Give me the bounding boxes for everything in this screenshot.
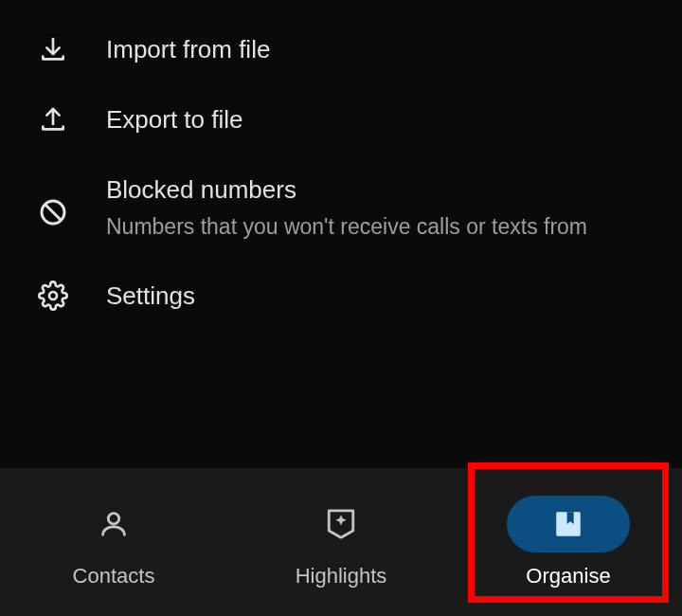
settings-title: Settings xyxy=(106,281,644,313)
block-icon xyxy=(38,197,68,227)
blocked-title: Blocked numbers xyxy=(106,174,644,207)
svg-point-2 xyxy=(49,292,57,299)
nav-icon-wrapper-contacts xyxy=(52,496,175,553)
menu-list: Import from file Export to file Blocked … xyxy=(0,0,682,331)
gear-icon xyxy=(38,281,68,311)
export-title: Export to file xyxy=(106,104,644,136)
settings-item[interactable]: Settings xyxy=(0,262,682,332)
bottom-navigation: Contacts Highlights Organise xyxy=(0,468,682,616)
nav-icon-wrapper-organise xyxy=(507,496,630,553)
import-from-file-item[interactable]: Import from file xyxy=(0,15,682,85)
blocked-subtitle: Numbers that you won't receive calls or … xyxy=(106,211,644,242)
nav-icon-wrapper-highlights xyxy=(279,496,403,553)
sparkle-badge-icon xyxy=(325,506,357,542)
nav-contacts-label: Contacts xyxy=(73,564,155,589)
svg-point-3 xyxy=(108,514,118,524)
export-to-file-item[interactable]: Export to file xyxy=(0,85,682,155)
upload-icon xyxy=(38,105,68,136)
svg-line-1 xyxy=(45,204,61,220)
import-title: Import from file xyxy=(106,34,644,66)
download-icon xyxy=(38,35,68,65)
bookmark-square-icon xyxy=(552,508,584,540)
nav-organise-label: Organise xyxy=(526,564,610,589)
nav-highlights[interactable]: Highlights xyxy=(260,488,422,596)
person-icon xyxy=(98,508,130,540)
blocked-numbers-item[interactable]: Blocked numbers Numbers that you won't r… xyxy=(0,155,682,262)
nav-organise[interactable]: Organise xyxy=(488,488,649,596)
nav-highlights-label: Highlights xyxy=(296,564,387,589)
nav-contacts[interactable]: Contacts xyxy=(33,488,194,596)
